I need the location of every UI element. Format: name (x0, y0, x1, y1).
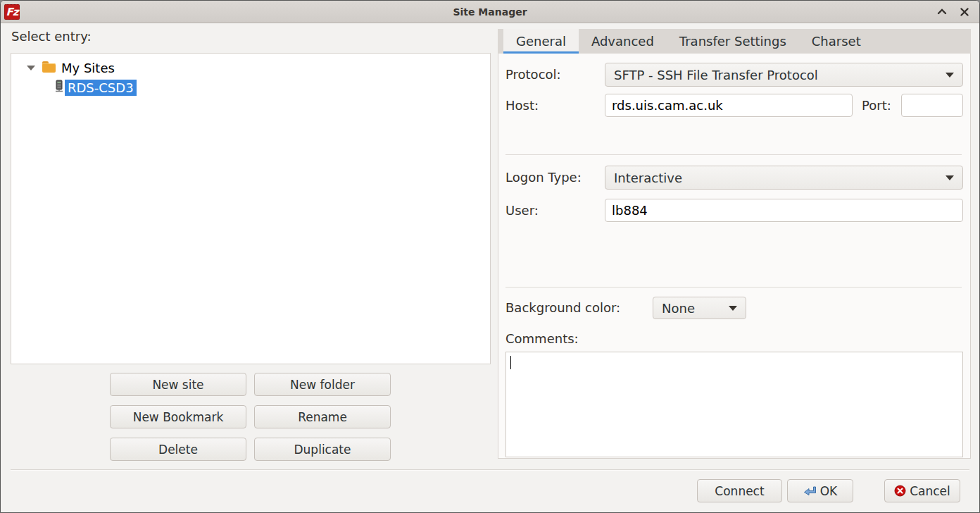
tabbar: General Advanced Transfer Settings Chars… (498, 29, 971, 54)
background-color-value: None (662, 301, 695, 316)
select-entry-label: Select entry: (11, 29, 92, 44)
tree-item-label-selected: RDS-CSD3 (65, 80, 137, 96)
site-buttons-grid: New site New folder New Bookmark Rename … (110, 373, 391, 461)
logon-type-value: Interactive (614, 171, 682, 185)
tab-charset[interactable]: Charset (799, 29, 874, 54)
ok-enter-arrow-icon (803, 486, 817, 496)
connect-button-label: Connect (715, 484, 764, 498)
tree-item-label: My Sites (58, 60, 118, 76)
text-cursor (510, 356, 511, 369)
logon-type-label: Logon Type: (505, 166, 582, 189)
ok-button-label: OK (820, 484, 838, 498)
new-bookmark-button[interactable]: New Bookmark (110, 405, 246, 428)
connect-button[interactable]: Connect (697, 479, 782, 502)
folder-icon (42, 63, 56, 73)
chevron-down-icon (729, 306, 737, 311)
host-label: Host: (505, 94, 539, 117)
tree-item-rds-csd3[interactable]: RDS-CSD3 (11, 78, 490, 97)
close-window-icon[interactable] (958, 6, 971, 18)
tab-general[interactable]: General (503, 29, 579, 54)
cancel-x-icon (894, 485, 906, 497)
ok-button[interactable]: OK (787, 479, 853, 502)
site-tree: My Sites RDS-CSD3 (11, 53, 491, 364)
user-label: User: (505, 199, 539, 222)
titlebar: Fz Site Manager (1, 1, 979, 23)
tab-advanced[interactable]: Advanced (579, 29, 667, 54)
window-title: Site Manager (1, 6, 979, 18)
separator (11, 469, 969, 470)
tree-item-my-sites[interactable]: My Sites (11, 58, 490, 78)
cancel-button-label: Cancel (910, 484, 950, 498)
user-input[interactable] (605, 199, 963, 222)
protocol-value: SFTP - SSH File Transfer Protocol (614, 68, 818, 82)
duplicate-button[interactable]: Duplicate (254, 438, 391, 461)
background-color-label: Background color: (505, 297, 620, 319)
shade-window-icon[interactable] (936, 6, 948, 18)
tab-transfer-settings[interactable]: Transfer Settings (667, 29, 799, 54)
site-manager-dialog: Fz Site Manager Select entry: My Sites (0, 0, 980, 513)
separator (505, 287, 962, 288)
host-input[interactable] (605, 94, 853, 117)
chevron-down-icon (946, 73, 954, 78)
comments-textarea[interactable] (505, 352, 963, 457)
cancel-button[interactable]: Cancel (884, 479, 960, 502)
expander-down-icon[interactable] (27, 66, 35, 70)
comments-label: Comments: (505, 327, 579, 350)
background-color-dropdown[interactable]: None (653, 297, 746, 319)
protocol-label: Protocol: (505, 63, 561, 86)
delete-button[interactable]: Delete (110, 438, 246, 461)
chevron-down-icon (946, 175, 954, 180)
new-site-button[interactable]: New site (110, 373, 246, 396)
new-folder-button[interactable]: New folder (254, 373, 391, 396)
port-input[interactable] (901, 94, 963, 117)
server-icon (55, 80, 63, 95)
rename-button[interactable]: Rename (254, 405, 391, 428)
separator (505, 154, 962, 155)
general-tab-panel: Protocol: SFTP - SSH File Transfer Proto… (498, 54, 971, 459)
logon-type-dropdown[interactable]: Interactive (605, 166, 963, 190)
filezilla-app-icon: Fz (4, 4, 20, 20)
protocol-dropdown[interactable]: SFTP - SSH File Transfer Protocol (605, 63, 963, 87)
port-label: Port: (862, 94, 891, 117)
